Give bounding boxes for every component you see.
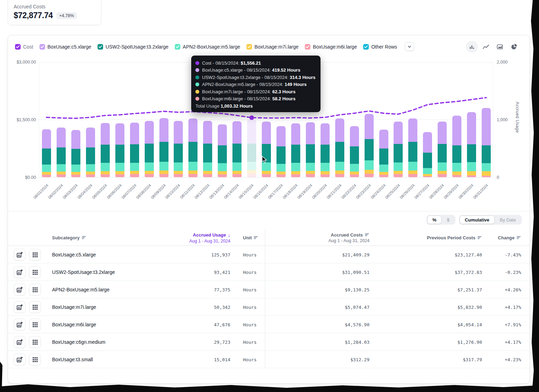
bar-segment	[130, 174, 139, 177]
stacked-bar[interactable]	[394, 122, 403, 177]
stacked-bar[interactable]	[232, 121, 242, 177]
stacked-bar[interactable]	[262, 122, 271, 177]
grid-view-button[interactable]	[29, 301, 41, 313]
header-change[interactable]: Change	[498, 235, 521, 240]
line-chart-icon[interactable]	[480, 41, 492, 53]
stacked-bar[interactable]	[423, 132, 432, 177]
add-to-chart-button[interactable]	[14, 319, 26, 331]
stacked-bar[interactable]	[350, 126, 359, 177]
stacked-bar[interactable]	[115, 123, 124, 177]
stacked-bar[interactable]	[145, 121, 154, 177]
series-color-dot	[195, 61, 199, 65]
stacked-bar[interactable]	[174, 121, 183, 177]
grid-view-button[interactable]	[29, 319, 41, 331]
add-to-chart-button[interactable]	[14, 336, 26, 348]
mode-toggle-by-date[interactable]: By Date	[495, 216, 521, 224]
legend-item[interactable]: USW2-SpotUsage:t3.2xlarge	[98, 44, 168, 50]
bar-chart-icon[interactable]	[466, 41, 478, 53]
legend-checkbox[interactable]	[15, 44, 21, 50]
header-accrued-usage[interactable]: Accrued Usage↓ Aug 1 - Aug 31, 2024	[189, 232, 230, 243]
stacked-bar[interactable]	[335, 118, 344, 177]
table-row[interactable]: BoxUsage:c6gn.medium 29,723 Hours $1,284…	[8, 333, 530, 351]
unit-toggle-percent[interactable]: %	[427, 216, 442, 224]
table-row[interactable]: BoxUsage:t3.small 15,014 Hours $312.29 $…	[8, 351, 530, 368]
sort-icon	[365, 232, 369, 237]
legend-item[interactable]: APN2-BoxUsage:m5.large	[175, 44, 240, 50]
legend-checkbox[interactable]	[175, 44, 180, 50]
stacked-bar[interactable]	[218, 124, 227, 177]
add-to-chart-button[interactable]	[14, 249, 26, 261]
card-label: Accrued Costs	[14, 4, 101, 9]
stacked-bar[interactable]	[101, 123, 110, 177]
stacked-bar[interactable]	[467, 112, 476, 177]
legend-checkbox[interactable]	[305, 44, 310, 50]
legend-item[interactable]: BoxUsage:c5.xlarge	[39, 44, 91, 50]
grid-view-button[interactable]	[29, 249, 41, 261]
bar-segment	[42, 172, 51, 175]
legend-item[interactable]: Other Rows	[363, 44, 397, 50]
table-row[interactable]: BoxUsage:m6i.large 47,676 Hours $4,576.9…	[8, 316, 530, 333]
stacked-bar[interactable]	[438, 122, 447, 177]
table-row[interactable]: BoxUsage:m7i.large 50,342 Hours $5,074.4…	[8, 298, 530, 316]
bar-segment	[247, 144, 256, 162]
stacked-bar[interactable]	[247, 119, 256, 177]
bar-segment	[86, 128, 95, 147]
bar-segment	[232, 171, 242, 174]
donut-chart-icon[interactable]	[508, 41, 520, 53]
legend-item[interactable]: BoxUsage:m7i.large	[246, 44, 299, 50]
stacked-bar[interactable]	[42, 129, 51, 177]
legend-item-label: BoxUsage:m7i.large	[254, 44, 299, 50]
add-to-chart-button[interactable]	[14, 354, 26, 365]
bar-segment	[291, 163, 300, 171]
mode-toggle: Cumulative By Date	[459, 215, 522, 225]
subcategory-cell: BoxUsage:m7i.large	[52, 304, 96, 310]
stacked-bar[interactable]	[379, 130, 388, 177]
stacked-bar[interactable]	[159, 118, 168, 177]
stacked-bar[interactable]	[365, 114, 374, 177]
bar-segment	[452, 175, 461, 177]
stacked-bar[interactable]	[203, 121, 212, 177]
legend-dropdown-button[interactable]	[405, 42, 414, 51]
stacked-bar[interactable]	[130, 123, 139, 177]
stacked-bar[interactable]	[57, 128, 66, 177]
bar-segment	[452, 145, 461, 163]
legend-item[interactable]: Cost	[15, 44, 33, 50]
stacked-bar[interactable]	[71, 130, 80, 177]
stacked-bar[interactable]	[408, 118, 417, 177]
header-accrued-costs[interactable]: Accrued Costs Aug 1 - Aug 31, 2024	[329, 232, 369, 243]
legend-item-label: APN2-BoxUsage:m5.large	[183, 44, 240, 50]
stacked-bar[interactable]	[291, 123, 300, 177]
add-to-chart-button[interactable]	[14, 284, 26, 296]
grid-view-button[interactable]	[29, 266, 41, 278]
legend-checkbox[interactable]	[39, 44, 45, 50]
cost-report-panel: Cost BoxUsage:c5.xlarge USW2-SpotUsage:t…	[8, 35, 530, 384]
stacked-bar[interactable]	[452, 116, 461, 177]
header-unit[interactable]: Unit	[243, 235, 258, 240]
mode-toggle-cumulative[interactable]: Cumulative	[460, 216, 495, 224]
add-to-chart-button[interactable]	[14, 301, 26, 313]
stacked-bar[interactable]	[482, 108, 491, 177]
stacked-bar[interactable]	[86, 128, 95, 177]
area-chart-icon[interactable]	[494, 41, 506, 53]
bar-segment	[276, 174, 286, 177]
legend-checkbox[interactable]	[98, 44, 103, 50]
bar-segment	[350, 164, 359, 172]
grid-view-button[interactable]	[29, 354, 41, 365]
stacked-bar[interactable]	[306, 122, 315, 177]
bar-segment	[247, 174, 256, 177]
table-row[interactable]: APN2-BoxUsage:m5.large 77,375 Hours $9,1…	[8, 281, 530, 298]
legend-checkbox[interactable]	[246, 44, 252, 50]
header-previous-period-costs[interactable]: Previous Period Costs	[427, 235, 482, 240]
table-row[interactable]: USW2-SpotUsage:t3.2xlarge 93,421 Hours $…	[8, 263, 530, 281]
grid-view-button[interactable]	[29, 336, 41, 348]
header-subcategory[interactable]: Subcategory	[52, 235, 86, 240]
stacked-bar[interactable]	[321, 123, 330, 177]
legend-checkbox[interactable]	[363, 44, 369, 50]
stacked-bar[interactable]	[188, 118, 197, 177]
table-row[interactable]: BoxUsage:c5.xlarge 125,937 Hours $21,409…	[8, 246, 530, 263]
unit-toggle-dollar[interactable]: $	[441, 216, 454, 224]
grid-view-button[interactable]	[29, 284, 41, 296]
stacked-bar[interactable]	[276, 126, 286, 177]
legend-item[interactable]: BoxUsage:m6i.large	[305, 44, 357, 50]
add-to-chart-button[interactable]	[14, 266, 26, 278]
